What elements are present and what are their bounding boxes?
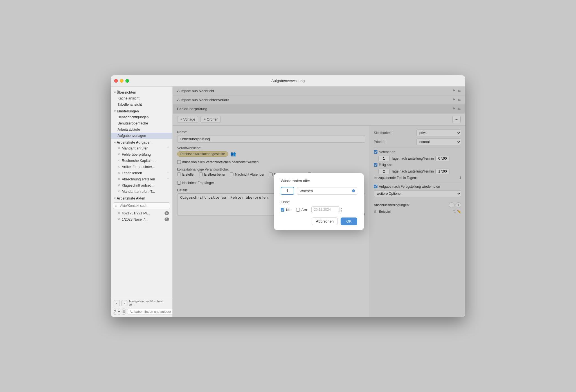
add-button[interactable]: +: [118, 309, 120, 315]
dialog-end-label: Ende:: [281, 200, 357, 204]
sidebar-footer-actions: ? + ⊟ OK: [114, 309, 170, 315]
sidebar-item-mandant-anrufen[interactable]: ✕ Mandant anrufen ⌃: [111, 145, 172, 151]
dialog-number-input[interactable]: [281, 187, 294, 195]
sidebar-search: ⌕: [113, 202, 170, 209]
sidebar-item-arbeitsablaeufe[interactable]: Arbeitsabläufe: [111, 126, 172, 133]
x-mark-icon: ✕: [118, 153, 120, 156]
nav-back-button[interactable]: ‹: [114, 300, 120, 306]
close-button[interactable]: [114, 79, 118, 83]
nav-forward-button[interactable]: ›: [122, 300, 128, 306]
nav-text: Navigation per ⌘← bzw. ⌘→: [129, 300, 170, 307]
sidebar-item-lesen-lernen[interactable]: ✕ Lesen lernen ⌃: [111, 170, 172, 176]
sidebar-item-akte-1-2023[interactable]: ✕ 1/2023 Nase ./... 1: [111, 216, 172, 223]
sidebar-item-kachelansicht[interactable]: Kachelansicht: [111, 95, 172, 101]
stepper-down-icon[interactable]: ▼: [340, 210, 343, 212]
dialog-end-section: Ende: Nie Am: [281, 200, 357, 213]
sidebar-footer: ‹ › Navigation per ⌘← bzw. ⌘→ ? + ⊟ OK: [111, 297, 172, 317]
chevron-icon: ▾: [114, 110, 116, 113]
sidebar-search-input[interactable]: [113, 202, 170, 209]
sidebar-item-benachrichtigungen[interactable]: Benachrichtigungen: [111, 114, 172, 120]
sidebar-item-fehlerueberpruefung[interactable]: ✕ Fehlerüberprüfung: [111, 151, 172, 158]
main-window: Aufgabenverwaltung ▾ Übersichten Kachela…: [111, 75, 465, 317]
chevron-icon: ▾: [114, 91, 116, 94]
sidebar-item-benutzeroberflaeche[interactable]: Benutzeroberfläche: [111, 120, 172, 126]
sidebar-section-arbeitsliste-akten[interactable]: ▾ Arbeitsliste Akten: [111, 195, 172, 201]
dialog-am-item: Am: [296, 208, 307, 212]
nie-checkbox[interactable]: [281, 208, 284, 212]
x-mark-icon: ✕: [118, 211, 120, 215]
sidebar-section-arbeitsliste-aufgaben[interactable]: ▾ Arbeitsliste Aufgaben: [111, 139, 172, 145]
dialog-repeat-row: Wochen Tage Monate Jahre: [281, 187, 357, 195]
minimize-button[interactable]: [120, 79, 123, 83]
footer-search-input[interactable]: [127, 309, 173, 314]
stepper-up-icon[interactable]: ▲: [340, 207, 343, 210]
collapse-icon: ⌃: [167, 147, 169, 150]
sidebar-item-tabellenansicht[interactable]: Tabellenansicht: [111, 101, 172, 108]
sidebar-item-artikel-fuer-hausinter[interactable]: ✕ Artikel für hausinter...: [111, 164, 172, 170]
sidebar-nav-row: ‹ › Navigation per ⌘← bzw. ⌘→: [114, 300, 170, 307]
ok-button[interactable]: OK: [341, 217, 357, 225]
x-mark-icon: ✕: [118, 183, 120, 187]
sidebar-item-aufgabenvorlagen[interactable]: Aufgabenvorlagen: [111, 133, 172, 139]
titlebar: Aufgabenverwaltung: [111, 75, 465, 87]
x-mark-icon: ✕: [118, 190, 120, 193]
traffic-lights: [114, 79, 129, 83]
dialog-end-row: Nie Am ▲ ▼: [281, 206, 357, 213]
dialog-overlay: Wiederholen alle: Wochen Tage Monate Jah…: [173, 87, 465, 317]
sidebar-item-klageschrift-aufset[interactable]: ✕ Klageschrift aufset...: [111, 182, 172, 189]
repeat-dialog: Wiederholen alle: Wochen Tage Monate Jah…: [274, 173, 364, 230]
dialog-date-stepper: ▲ ▼: [340, 207, 343, 212]
x-mark-icon: ✕: [118, 159, 120, 162]
maximize-button[interactable]: [125, 79, 129, 83]
collapse-icon: ⌃: [167, 178, 169, 181]
collapse-icon: ⌃: [167, 171, 169, 175]
dialog-nie-item: Nie: [281, 208, 292, 212]
sidebar-content: ▾ Übersichten Kachelansicht Tabellenansi…: [111, 87, 172, 297]
chevron-icon: ▾: [114, 197, 116, 200]
x-mark-icon: ✕: [118, 171, 120, 175]
search-icon: ⌕: [115, 204, 117, 207]
dialog-date-input[interactable]: [311, 206, 339, 213]
device-button[interactable]: ⊟: [122, 309, 125, 315]
x-mark-icon: ✕: [118, 165, 120, 169]
sidebar-item-mandant-anrufen-t[interactable]: ✕ Mandant anrufen. T...: [111, 189, 172, 195]
dialog-title: Wiederholen alle:: [281, 179, 357, 183]
sidebar-section-einstellungen[interactable]: ▾ Einstellungen: [111, 108, 172, 114]
sidebar-item-recherche-kapitalm[interactable]: ✕ Recherche Kapitalm...: [111, 158, 172, 164]
dialog-date-container: ▲ ▼: [311, 206, 343, 213]
x-mark-icon: ✕: [118, 217, 120, 221]
cancel-button[interactable]: Abbrechen: [312, 217, 338, 225]
sidebar: ▾ Übersichten Kachelansicht Tabellenansi…: [111, 87, 173, 317]
chevron-icon: ▾: [114, 141, 116, 144]
am-checkbox[interactable]: [296, 208, 300, 212]
dialog-interval-select[interactable]: Wochen Tage Monate Jahre: [297, 187, 357, 195]
sidebar-item-akte-4621731[interactable]: ✕ 4621731/221 Mi... 4: [111, 210, 172, 216]
sidebar-item-abrechnung-erstellen[interactable]: ✕ Abrechnung erstellen ⌃: [111, 176, 172, 182]
x-mark-icon: ✕: [118, 146, 120, 150]
help-button[interactable]: ?: [114, 309, 116, 315]
content-area: Aufgabe aus Nachricht ⚑ ⇆ Aufgabe aus Na…: [173, 87, 465, 317]
dialog-actions: Abbrechen OK: [281, 217, 357, 225]
main-layout: ▾ Übersichten Kachelansicht Tabellenansi…: [111, 87, 465, 317]
x-mark-icon: ✕: [118, 177, 120, 181]
sidebar-section-uebersichten[interactable]: ▾ Übersichten: [111, 89, 172, 95]
window-title: Aufgabenverwaltung: [271, 79, 305, 83]
